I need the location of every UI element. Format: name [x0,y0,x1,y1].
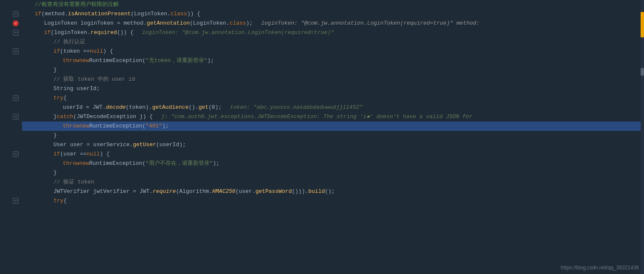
fold-icon[interactable]: − [13,30,19,36]
token-hint2: token: "abc.yuusss.oasabbdaduwudjjl1452" [230,103,363,112]
token-kw: null [87,150,100,159]
token-kw: new [79,56,89,65]
code-line: } [22,65,644,75]
token-plain: JWTVerifier jwtVerifier = JWT. [53,187,153,196]
token-comment: // 获取 token 中的 user id [53,75,135,84]
gutter-line: − [0,28,22,37]
scrollbar-thumb-alt[interactable] [641,68,644,76]
token-italic-method: require [153,187,176,196]
token-plain: userId = JWT. [63,103,106,112]
token-plain: String userId; [53,84,100,93]
token-kw: throw [63,159,79,168]
code-line: JWTVerifier jwtVerifier = JWT.require(Al… [22,187,644,196]
token-plain: )) { [187,9,200,19]
token-plain: (Algorithm. [176,187,213,196]
code-line: throw new RuntimeException("用户不存在，请重新登录"… [22,159,644,168]
token-plain: ); [162,121,169,131]
code-line: // 获取 token 中的 user id [22,75,644,84]
token-kw: null [90,47,103,56]
token-plain: ); [207,56,214,65]
token-string: "无token，请重新登录" [146,56,207,65]
token-kw: throw [63,121,79,131]
token-plain: (loginToken. [51,28,91,37]
gutter-line: − [0,9,22,19]
token-method: getPassWord [255,187,292,196]
code-line: try { [22,196,644,206]
token-kw: throw [63,56,79,65]
code-line: String userId; [22,84,644,93]
gutter-line: − [0,112,22,121]
token-method: getUser [133,140,156,150]
gutter-line: ✓ [0,19,22,28]
breakpoint-icon[interactable]: ✓ [13,20,19,26]
token-plain: (user. [235,187,255,196]
gutter-line: − [0,196,22,206]
token-hint2: loginToken: "@com.jw.annotation.LoginTok… [142,28,334,37]
gutter-line [0,187,22,196]
token-plain: { [63,93,67,103]
token-plain: ); [246,19,253,28]
token-plain: (LoginToken. [190,19,230,28]
gutter-line [0,140,22,150]
token-kw: if [53,47,60,56]
token-string-orange: "401" [146,121,162,131]
token-kw: if [35,9,42,19]
fold-icon[interactable]: − [13,198,19,204]
code-line: if (loginToken.required()) {loginToken: … [22,28,644,37]
code-line: throw new RuntimeException("401"); [22,121,644,131]
gutter-line [0,84,22,93]
gutter-line [0,178,22,187]
gutter-line [0,121,22,131]
code-line: User user = userService.getUser(userId); [22,140,644,150]
scrollbar-thumb[interactable] [641,12,644,37]
code-line: throw new RuntimeException("无token，请重新登录… [22,56,644,65]
token-kw: class [171,9,187,19]
vertical-scrollbar[interactable] [641,0,644,274]
token-kw: catch [57,112,73,121]
code-line: if (token == null) { [22,47,644,56]
code-line: // 执行认证 [22,37,644,47]
fold-icon[interactable]: − [13,114,19,120]
code-line: try { [22,93,644,103]
code-line: if (method.isAnnotationPresent(LoginToke… [22,9,644,19]
fold-icon[interactable]: − [13,11,19,17]
code-line: //检查有没有需要用户权限的注解 [22,0,644,9]
token-plain: (). [188,103,198,112]
token-kw: new [79,159,89,168]
token-kw: if [44,28,51,37]
code-line: userId = JWT.decode(token).getAudience()… [22,103,644,112]
code-line: LoginToken loginToken = method.getAnnota… [22,19,644,28]
fold-icon[interactable]: − [13,151,19,157]
token-plain: } [53,65,57,75]
token-plain: ())). [292,187,308,196]
token-hint: loginToken: "@com.jw.annotation.LoginTok… [261,19,480,28]
token-comment-green: //检查有没有需要用户权限的注解 [35,0,119,9]
fold-icon[interactable]: − [13,48,19,54]
fold-icon[interactable]: − [13,95,19,101]
gutter-line: − [0,150,22,159]
token-method: get [199,103,208,112]
editor-container: −✓−−−−−− //检查有没有需要用户权限的注解if (method.isAn… [0,0,644,274]
token-plain: LoginToken loginToken = method. [44,19,147,28]
code-line: } [22,131,644,140]
token-method: required [90,28,117,37]
token-plain: } [53,112,57,121]
code-line: } catch (JWTDecodeException j) {j: "com.… [22,112,644,121]
gutter-line: − [0,47,22,56]
token-method: isAnnotationPresent [68,9,131,19]
gutter-line [0,159,22,168]
gutter-line [0,168,22,178]
token-kw: if [53,150,60,159]
token-method: getAudience [152,103,189,112]
token-plain: } [53,168,57,178]
token-plain: (user == [60,150,87,159]
gutter-line [0,0,22,9]
token-plain: (0); [208,103,221,112]
gutter-line [0,131,22,140]
code-line: } [22,168,644,178]
token-plain: ); [213,159,220,168]
token-comment: // 验证 token [53,178,94,187]
token-plain: RuntimeException( [89,56,146,65]
token-method: build [308,187,325,196]
code-line: if (user == null) { [22,150,644,159]
